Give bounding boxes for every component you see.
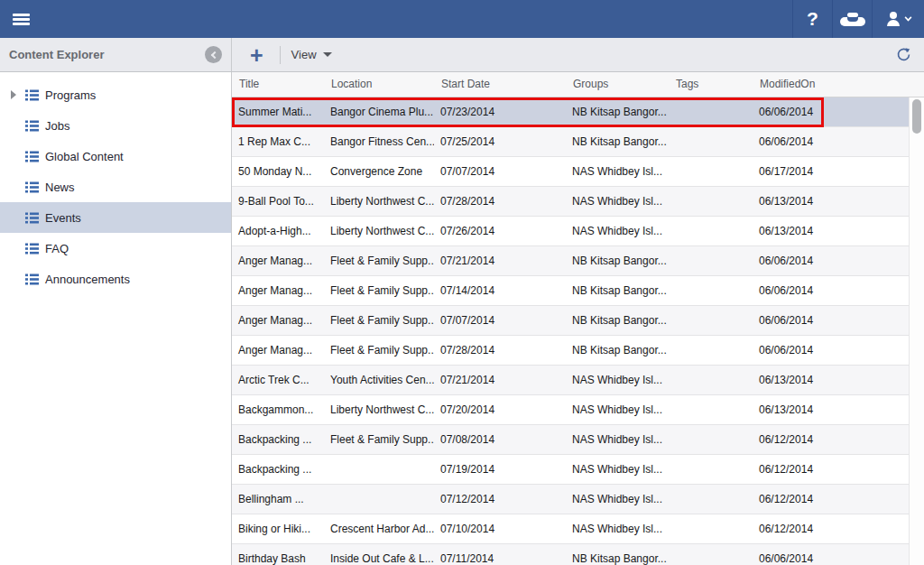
table-row[interactable]: Summer Mati...Bangor Cinema Plu...07/23/… (232, 97, 909, 127)
cell-tags (669, 157, 753, 186)
help-icon: ? (807, 8, 818, 30)
table-row[interactable]: Anger Manag...Fleet & Family Supp...07/1… (232, 276, 909, 306)
cell-start_date: 07/14/2014 (434, 276, 566, 305)
cell-modified_on: 06/13/2014 (753, 187, 909, 216)
cell-modified_on: 06/06/2014 (753, 246, 909, 275)
cell-start_date: 07/07/2014 (434, 306, 566, 335)
sub-header: Content Explorer + View (0, 38, 924, 72)
table-row[interactable]: Birthday BashInside Out Cafe & L...07/11… (232, 544, 909, 565)
cell-modified_on: 06/06/2014 (753, 97, 909, 126)
cell-groups: NB Kitsap Bangor... (566, 276, 669, 305)
cell-groups: NAS Whidbey Isl... (566, 425, 669, 454)
user-menu-button[interactable] (872, 0, 924, 38)
cell-groups: NB Kitsap Bangor... (566, 246, 669, 275)
cell-location: Youth Activities Cen... (324, 366, 434, 394)
table-header: TitleLocationStart DateGroupsTagsModifie… (232, 72, 924, 97)
cell-title: Summer Mati... (232, 97, 324, 126)
cell-start_date: 07/25/2014 (434, 127, 566, 156)
column-header-title[interactable]: Title (232, 72, 324, 97)
cell-start_date: 07/20/2014 (434, 395, 566, 424)
table-row[interactable]: Backgammon...Liberty Northwest C...07/20… (232, 395, 909, 425)
phone-button[interactable] (832, 0, 872, 38)
expander-slot[interactable] (7, 90, 20, 99)
sidebar-item-announcements[interactable]: Announcements (0, 264, 231, 294)
table-row[interactable]: Anger Manag...Fleet & Family Supp...07/0… (232, 306, 909, 336)
top-bar: ? (0, 0, 924, 38)
cell-groups: NAS Whidbey Isl... (566, 455, 669, 484)
refresh-button[interactable] (896, 47, 911, 62)
table-row[interactable]: Adopt-a-High...Liberty Northwest C...07/… (232, 217, 909, 246)
column-header-tags[interactable]: Tags (669, 72, 753, 97)
help-button[interactable]: ? (792, 0, 832, 38)
panel-title: Content Explorer (9, 48, 205, 61)
cell-tags (669, 306, 753, 335)
sidebar-item-events[interactable]: Events (0, 202, 231, 233)
cell-location (324, 485, 434, 514)
sidebar-item-global-content[interactable]: Global Content (0, 141, 231, 171)
column-header-modified_on[interactable]: ModifiedOn (753, 72, 909, 97)
cell-modified_on: 06/13/2014 (753, 217, 909, 245)
cell-modified_on: 06/06/2014 (753, 544, 909, 565)
sidebar-item-label: News (45, 181, 75, 194)
vertical-scrollbar[interactable] (909, 97, 924, 565)
cell-tags (669, 425, 753, 454)
cell-location: Fleet & Family Supp... (324, 306, 434, 335)
cell-tags (669, 485, 753, 514)
cell-modified_on: 06/12/2014 (753, 485, 909, 514)
cell-title: Bellingham ... (232, 485, 324, 514)
sidebar-item-programs[interactable]: Programs (0, 79, 231, 110)
table-row[interactable]: Anger Manag...Fleet & Family Supp...07/2… (232, 336, 909, 366)
cell-start_date: 07/10/2014 (434, 514, 566, 543)
cell-groups: NB Kitsap Bangor... (566, 97, 669, 126)
table-row[interactable]: Arctic Trek C...Youth Activities Cen...0… (232, 366, 909, 395)
sidebar-item-faq[interactable]: FAQ (0, 233, 231, 264)
phone-icon (840, 13, 865, 26)
sidebar-item-news[interactable]: News (0, 171, 231, 202)
cell-title: Backgammon... (232, 395, 324, 424)
table-row[interactable]: Backpacking ...Fleet & Family Supp...07/… (232, 425, 909, 455)
cell-modified_on: 06/13/2014 (753, 366, 909, 394)
sidebar-item-jobs[interactable]: Jobs (0, 110, 231, 141)
menu-button[interactable] (0, 0, 42, 38)
cell-modified_on: 06/12/2014 (753, 455, 909, 484)
table-row[interactable]: 50 Monday N...Convergence Zone07/07/2014… (232, 157, 909, 187)
view-dropdown[interactable]: View (291, 48, 332, 61)
cell-title: Arctic Trek C... (232, 366, 324, 394)
cell-start_date: 07/11/2014 (434, 544, 566, 565)
cell-groups: NAS Whidbey Isl... (566, 217, 669, 245)
scrollbar-thumb[interactable] (912, 99, 921, 134)
table-row[interactable]: 9-Ball Pool To...Liberty Northwest C...0… (232, 187, 909, 217)
cell-location: Fleet & Family Supp... (324, 336, 434, 365)
cell-location: Convergence Zone (324, 157, 434, 186)
list-icon (25, 89, 39, 101)
cell-start_date: 07/23/2014 (434, 97, 566, 126)
table-row[interactable]: Biking or Hiki...Crescent Harbor Ad...07… (232, 514, 909, 544)
column-header-location[interactable]: Location (324, 72, 434, 97)
cell-tags (669, 336, 753, 365)
add-button[interactable]: + (245, 46, 269, 64)
cell-location: Liberty Northwest C... (324, 217, 434, 245)
column-header-groups[interactable]: Groups (566, 72, 669, 97)
table-row[interactable]: Bellingham ...07/12/2014NAS Whidbey Isl.… (232, 485, 909, 514)
collapse-panel-button[interactable] (205, 46, 222, 63)
sidebar-item-label: Events (45, 211, 81, 225)
list-icon (25, 212, 39, 224)
cell-modified_on: 06/12/2014 (753, 514, 909, 543)
cell-location: Bangor Cinema Plu... (324, 97, 434, 126)
cell-title: 1 Rep Max C... (232, 127, 324, 156)
cell-title: Adopt-a-High... (232, 217, 324, 245)
cell-modified_on: 06/06/2014 (753, 306, 909, 335)
table-row[interactable]: Backpacking ...07/19/2014NAS Whidbey Isl… (232, 455, 909, 485)
cell-modified_on: 06/06/2014 (753, 336, 909, 365)
cell-location: Bangor Fitness Cen... (324, 127, 434, 156)
column-header-start_date[interactable]: Start Date (434, 72, 566, 97)
cell-tags (669, 187, 753, 216)
cell-location: Liberty Northwest C... (324, 395, 434, 424)
table-row[interactable]: 1 Rep Max C...Bangor Fitness Cen...07/25… (232, 127, 909, 157)
table-row[interactable]: Anger Manag...Fleet & Family Supp...07/2… (232, 246, 909, 276)
content-table: TitleLocationStart DateGroupsTagsModifie… (232, 72, 924, 565)
topbar-spacer (42, 0, 792, 38)
cell-modified_on: 06/13/2014 (753, 395, 909, 424)
cell-tags (669, 97, 753, 126)
cell-modified_on: 06/17/2014 (753, 157, 909, 186)
